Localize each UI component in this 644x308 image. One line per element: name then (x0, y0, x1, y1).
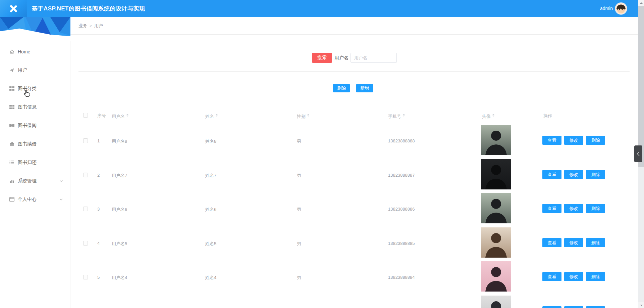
breadcrumb: 业务 > 用户 (70, 17, 638, 35)
sidebar-menu: Home用户图书分类图书信息图书借阅图书续借图书归还系统管理个人中心 (0, 42, 70, 209)
column-header: 操作 (543, 113, 552, 119)
cell-gender: 男 (297, 173, 301, 179)
column-header: 序号 (97, 113, 106, 119)
sort-icon[interactable] (492, 113, 494, 118)
cell-gender: 男 (297, 275, 301, 281)
sidebar-item-5[interactable]: 图书续借 (0, 135, 70, 153)
sort-icon[interactable] (403, 113, 405, 118)
chevron-left-icon (637, 151, 640, 156)
view-button[interactable]: 查看 (542, 306, 561, 308)
cell-username: 用户名5 (112, 241, 127, 247)
row-checkbox[interactable] (83, 173, 88, 177)
briefcase-icon (9, 141, 15, 147)
ticket-icon (9, 123, 15, 128)
cell-index: 5 (97, 275, 100, 280)
cell-name: 姓名8 (205, 138, 216, 144)
delete-row-button[interactable]: 删除 (586, 170, 605, 179)
sidebar-item-1[interactable]: 用户 (0, 61, 70, 79)
edit-button[interactable]: 修改 (564, 306, 583, 308)
breadcrumb-section[interactable]: 业务 (78, 23, 87, 29)
sidebar: Home用户图书分类图书信息图书借阅图书续借图书归还系统管理个人中心 (0, 17, 70, 308)
page-title: 基于ASP.NET的图书借阅系统的设计与实现 (32, 0, 145, 17)
breadcrumb-separator: > (90, 24, 92, 28)
chevron-down-icon (59, 179, 63, 183)
sidebar-item-label: 图书续借 (18, 141, 37, 147)
row-checkbox[interactable] (83, 275, 88, 279)
view-button[interactable]: 查看 (542, 136, 561, 145)
row-checkbox[interactable] (83, 138, 88, 143)
cell-phone: 13823888888 (388, 138, 415, 143)
cartoon-avatar-icon (615, 3, 627, 14)
bulk-delete-button[interactable]: 删除 (333, 84, 350, 92)
view-button[interactable]: 查看 (542, 238, 561, 247)
table-icon (9, 104, 15, 110)
cell-name: 姓名7 (205, 173, 216, 179)
sidebar-item-4[interactable]: 图书借阅 (0, 116, 70, 135)
avatar-photo (481, 159, 511, 189)
delete-row-button[interactable]: 删除 (586, 238, 605, 247)
column-header[interactable]: 手机号 (388, 113, 405, 120)
portrait-silhouette (481, 193, 511, 223)
scrollbar-down-arrow[interactable] (638, 302, 644, 308)
select-all-checkbox[interactable] (83, 113, 88, 118)
delete-row-button[interactable]: 删除 (586, 136, 605, 145)
cell-gender: 男 (297, 207, 301, 213)
delete-row-button[interactable]: 删除 (586, 306, 605, 308)
x-logo-icon (8, 3, 19, 14)
edit-button[interactable]: 修改 (564, 136, 583, 145)
column-header[interactable]: 用户名 (112, 113, 128, 120)
top-navbar: 基于ASP.NET的图书借阅系统的设计与实现 admin (0, 0, 644, 17)
sort-icon[interactable] (216, 113, 218, 118)
divider (78, 100, 630, 100)
cell-phone: 13823888887 (388, 173, 415, 178)
sidebar-item-home[interactable]: Home (0, 42, 70, 61)
logged-in-username[interactable]: admin (600, 0, 613, 17)
sidebar-item-8[interactable]: 个人中心 (0, 190, 70, 209)
home-icon (9, 49, 15, 54)
edit-button[interactable]: 修改 (564, 204, 583, 213)
sidebar-item-label: 图书归还 (18, 160, 37, 166)
search-button[interactable]: 搜索 (312, 53, 332, 63)
send-icon (9, 67, 15, 73)
sidebar-item-2[interactable]: 图书分类 (0, 79, 70, 98)
column-header[interactable]: 姓名 (205, 113, 218, 120)
grid-icon (9, 86, 15, 91)
username-search-input[interactable] (351, 53, 397, 63)
app-logo[interactable] (0, 0, 27, 17)
scrollbar-thumb[interactable] (638, 6, 644, 167)
sidebar-item-7[interactable]: 系统管理 (0, 172, 70, 190)
row-checkbox[interactable] (83, 207, 88, 211)
cell-index: 3 (97, 207, 100, 212)
cell-index: 4 (97, 241, 100, 246)
avatar-photo (481, 261, 511, 292)
view-button[interactable]: 查看 (542, 272, 561, 281)
cell-phone: 13823888884 (388, 275, 415, 280)
add-button[interactable]: 新增 (356, 84, 373, 92)
edit-button[interactable]: 修改 (564, 170, 583, 179)
avatar-photo (481, 125, 511, 155)
view-button[interactable]: 查看 (542, 170, 561, 179)
edit-button[interactable]: 修改 (564, 238, 583, 247)
column-header[interactable]: 性别 (297, 113, 309, 120)
cell-index: 2 (97, 173, 100, 178)
cell-phone: 13823888886 (388, 207, 415, 212)
sidebar-item-label: 用户 (18, 67, 27, 73)
sidebar-item-label: 图书信息 (18, 104, 37, 110)
sidebar-item-label: 图书分类 (18, 86, 37, 92)
delete-row-button[interactable]: 删除 (586, 272, 605, 281)
view-button[interactable]: 查看 (542, 204, 561, 213)
scrollbar-up-arrow[interactable] (638, 0, 644, 6)
delete-row-button[interactable]: 删除 (586, 204, 605, 213)
edit-button[interactable]: 修改 (564, 272, 583, 281)
sidebar-item-label: Home (18, 49, 30, 54)
row-checkbox[interactable] (83, 241, 88, 246)
sidebar-item-3[interactable]: 图书信息 (0, 98, 70, 116)
sidebar-item-6[interactable]: 图书归还 (0, 153, 70, 172)
user-avatar[interactable] (615, 3, 627, 14)
collapse-panel-tab[interactable] (634, 145, 642, 162)
sort-icon[interactable] (126, 113, 128, 118)
sort-icon[interactable] (307, 113, 309, 118)
cell-name: 姓名6 (205, 207, 216, 213)
username-field-label: 用户名 (334, 53, 348, 63)
column-header[interactable]: 头像 (482, 113, 494, 120)
